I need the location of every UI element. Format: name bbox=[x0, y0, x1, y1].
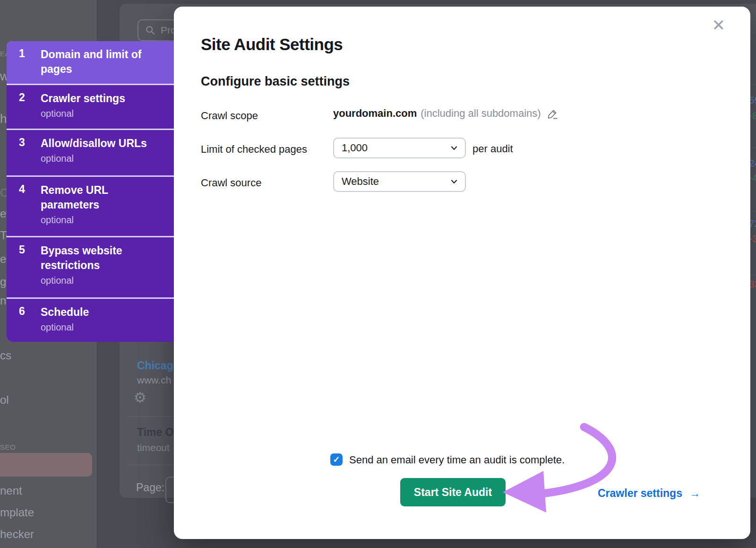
chevron-down-icon bbox=[449, 177, 459, 186]
sidebar-fragment: ol bbox=[0, 394, 9, 406]
step-optional-label: optional bbox=[41, 215, 166, 226]
step-number: 5 bbox=[19, 244, 41, 297]
crawl-scope-label: Crawl scope bbox=[201, 110, 258, 122]
wizard-step-allow-disallow-urls[interactable]: 3 Allow/disallow URLs optional bbox=[7, 130, 174, 175]
step-number: 2 bbox=[19, 91, 41, 129]
chevron-down-icon bbox=[449, 143, 459, 153]
background-item-title: Time O bbox=[137, 426, 174, 439]
crawl-scope-domain: yourdomain.com bbox=[333, 107, 417, 120]
sidebar-fragment: mplate bbox=[0, 507, 34, 518]
divider bbox=[750, 148, 756, 148]
step-title: Domain and limit of pages bbox=[41, 47, 166, 77]
modal-title: Site Audit Settings bbox=[201, 35, 343, 54]
section-title: Configure basic settings bbox=[201, 74, 350, 89]
sidebar-fragment: h bbox=[0, 113, 7, 125]
sidebar-fragment: g bbox=[0, 276, 6, 287]
limit-pages-selected-value: 1,000 bbox=[342, 142, 368, 154]
crawl-scope-note: (including all subdomains) bbox=[421, 107, 541, 120]
step-optional-label: optional bbox=[41, 322, 89, 333]
step-number: 3 bbox=[19, 136, 41, 175]
step-optional-label: optional bbox=[41, 153, 147, 164]
sidebar-active-item-pill bbox=[0, 453, 92, 477]
arrow-right-icon: → bbox=[689, 487, 700, 500]
page-row-label: Page: bbox=[136, 481, 164, 494]
site-audit-settings-modal: ✕ Site Audit Settings Configure basic se… bbox=[174, 7, 750, 539]
step-title: Bypass website restrictions bbox=[41, 244, 166, 273]
email-checkbox[interactable]: ✓ bbox=[330, 453, 343, 466]
close-icon[interactable]: ✕ bbox=[712, 17, 726, 33]
gear-icon: ⚙ bbox=[134, 391, 146, 405]
limit-pages-select[interactable]: 1,000 bbox=[333, 138, 466, 158]
sidebar-fragment: cs bbox=[0, 350, 11, 361]
edit-pencil-icon[interactable] bbox=[547, 108, 558, 120]
wizard-steps-panel: 1 Domain and limit of pages 2 Crawler se… bbox=[7, 41, 174, 342]
crawl-scope-value: yourdomain.com (including all subdomains… bbox=[333, 107, 558, 120]
wizard-step-domain-and-limit[interactable]: 1 Domain and limit of pages bbox=[7, 41, 174, 84]
crawler-settings-link-label: Crawler settings bbox=[598, 487, 682, 500]
wizard-step-remove-url-parameters[interactable]: 4 Remove URL parameters optional bbox=[7, 177, 174, 236]
wizard-step-crawler-settings[interactable]: 2 Crawler settings optional bbox=[7, 85, 174, 129]
divider bbox=[750, 211, 756, 211]
crawl-source-select[interactable]: Website bbox=[333, 171, 466, 192]
divider bbox=[750, 275, 756, 275]
checkmark-icon: ✓ bbox=[333, 454, 340, 465]
step-optional-label: optional bbox=[41, 275, 166, 286]
project-url: www.ch bbox=[137, 374, 171, 386]
step-optional-label: optional bbox=[41, 108, 125, 119]
sidebar-fragment: nent bbox=[0, 485, 22, 496]
step-title: Remove URL parameters bbox=[41, 183, 166, 212]
crawl-source-selected-value: Website bbox=[342, 175, 379, 188]
background-item-subtitle: timeout bbox=[137, 442, 170, 453]
step-title: Allow/disallow URLs bbox=[41, 136, 147, 151]
step-title: Schedule bbox=[41, 305, 89, 320]
step-number: 4 bbox=[19, 183, 41, 236]
step-title: Crawler settings bbox=[41, 91, 125, 106]
divider bbox=[750, 84, 756, 85]
crawl-source-label: Crawl source bbox=[201, 177, 261, 189]
per-audit-suffix: per audit bbox=[472, 143, 513, 155]
step-number: 1 bbox=[19, 47, 41, 84]
wizard-step-bypass-restrictions[interactable]: 5 Bypass website restrictions optional bbox=[7, 237, 174, 297]
step-number: 6 bbox=[19, 305, 41, 342]
sidebar-section-label: SEO bbox=[0, 444, 16, 451]
wizard-step-schedule[interactable]: 6 Schedule optional bbox=[7, 299, 174, 342]
limit-pages-label: Limit of checked pages bbox=[201, 143, 307, 156]
email-checkbox-label: Send an email every time an audit is com… bbox=[349, 454, 565, 466]
sidebar-fragment: hecker bbox=[0, 529, 34, 540]
search-icon bbox=[145, 25, 155, 35]
start-site-audit-button[interactable]: Start Site Audit bbox=[400, 478, 506, 506]
crawler-settings-link[interactable]: Crawler settings → bbox=[598, 487, 700, 500]
